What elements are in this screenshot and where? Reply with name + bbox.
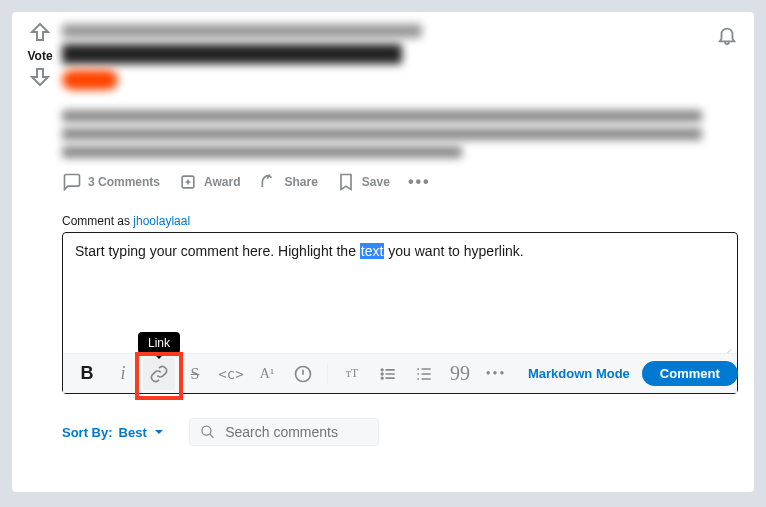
- share-label: Share: [285, 175, 318, 189]
- award-icon: [178, 172, 198, 192]
- sort-by-prefix: Sort By:: [62, 425, 113, 440]
- submit-comment-button[interactable]: Comment: [642, 361, 738, 386]
- quote-button[interactable]: 99: [444, 358, 476, 390]
- post-card: Vote 3 Comments Award Share Save •••: [12, 12, 754, 492]
- vote-column: Vote: [20, 20, 60, 92]
- save-button[interactable]: Save: [336, 172, 390, 192]
- comment-sort-row: Sort By: Best: [62, 418, 738, 446]
- number-list-icon: [414, 364, 434, 384]
- markdown-mode-button[interactable]: Markdown Mode: [520, 366, 638, 381]
- comment-editor: Start typing your comment here. Highligh…: [62, 232, 738, 394]
- chevron-down-icon: [153, 426, 165, 438]
- post-tag-blurred: [62, 70, 738, 90]
- bullet-list-button[interactable]: [372, 358, 404, 390]
- sort-by-dropdown[interactable]: Sort By: Best: [62, 425, 165, 440]
- svg-point-5: [202, 426, 211, 435]
- comment-icon: [62, 172, 82, 192]
- link-icon: [149, 364, 169, 384]
- search-comments-box[interactable]: [189, 418, 379, 446]
- toolbar-separator: [327, 364, 328, 384]
- upvote-icon[interactable]: [28, 20, 52, 47]
- bold-button[interactable]: B: [71, 358, 103, 390]
- award-button[interactable]: Award: [178, 172, 240, 192]
- more-formatting-button[interactable]: •••: [480, 358, 512, 390]
- downvote-icon[interactable]: [28, 65, 52, 92]
- award-label: Award: [204, 175, 240, 189]
- vote-score: Vote: [27, 49, 52, 63]
- comment-as-username[interactable]: jhoolaylaal: [133, 214, 190, 228]
- heading-button[interactable]: тT: [336, 358, 368, 390]
- link-tooltip: Link: [138, 332, 180, 354]
- bullet-list-icon: [378, 364, 398, 384]
- inline-code-button[interactable]: <c>: [215, 358, 247, 390]
- editor-text-after: you want to hyperlink.: [384, 243, 523, 259]
- more-actions-button[interactable]: •••: [408, 173, 431, 191]
- post-body-blurred: [62, 128, 738, 140]
- comments-button[interactable]: 3 Comments: [62, 172, 160, 192]
- editor-text-before: Start typing your comment here. Highligh…: [75, 243, 360, 259]
- post-action-bar: 3 Comments Award Share Save •••: [62, 172, 738, 192]
- comment-as-prefix: Comment as: [62, 214, 133, 228]
- bookmark-icon: [336, 172, 356, 192]
- svg-point-3: [381, 373, 383, 375]
- comments-count: 3 Comments: [88, 175, 160, 189]
- post-body-blurred: [62, 110, 738, 122]
- spoiler-icon: [293, 364, 313, 384]
- svg-point-4: [381, 377, 383, 379]
- comment-as-label: Comment as jhoolaylaal: [62, 214, 738, 228]
- svg-point-2: [381, 369, 383, 371]
- share-icon: [259, 172, 279, 192]
- italic-button[interactable]: i: [107, 358, 139, 390]
- superscript-button[interactable]: A¹: [251, 358, 283, 390]
- spoiler-button[interactable]: [287, 358, 319, 390]
- link-button[interactable]: Link: [143, 358, 175, 390]
- search-icon: [200, 423, 215, 441]
- number-list-button[interactable]: [408, 358, 440, 390]
- share-button[interactable]: Share: [259, 172, 318, 192]
- strikethrough-button[interactable]: S: [179, 358, 211, 390]
- save-label: Save: [362, 175, 390, 189]
- post-title-blurred: [62, 44, 738, 64]
- post-meta-blurred: [62, 24, 738, 38]
- sort-by-value: Best: [119, 425, 147, 440]
- search-comments-input[interactable]: [223, 423, 368, 441]
- post-body-blurred: [62, 146, 738, 158]
- editor-toolbar: B i Link S <c> A¹ тT 99 ••• M: [63, 353, 737, 393]
- editor-text-selected: text: [360, 243, 385, 259]
